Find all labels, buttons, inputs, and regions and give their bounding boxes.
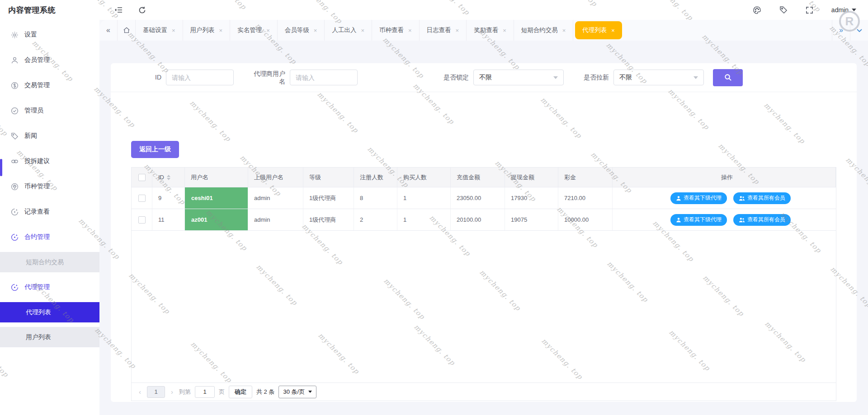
row-checkbox[interactable] [138, 195, 146, 202]
person-icon [676, 196, 681, 201]
id-filter-label: ID [138, 74, 161, 81]
column-header-bonus: 彩金 [558, 168, 613, 187]
page-unit-label: 页 [219, 388, 225, 396]
sidebar-subitem-short-contract[interactable]: 短期合约交易 [0, 252, 99, 272]
sidebar-item-settings[interactable]: 设置 [0, 24, 99, 45]
goto-page-input[interactable] [195, 386, 215, 398]
tab-close-icon[interactable]: × [562, 27, 566, 34]
total-count-label: 共 2 条 [256, 388, 274, 396]
confirm-page-button[interactable]: 确定 [229, 386, 252, 398]
per-page-select[interactable]: 30 条/页 [278, 386, 316, 398]
tabs-scroll-left-icon[interactable]: « [99, 20, 118, 41]
user-icon [11, 56, 19, 64]
sidebar-item-news[interactable]: 新闻 [0, 126, 99, 146]
sidebar-item-admins[interactable]: 管理员 [0, 100, 99, 121]
lock-filter-select[interactable]: 不限 [473, 70, 564, 85]
goto-label: 到第 [179, 388, 191, 396]
tab-close-icon[interactable]: × [503, 27, 506, 34]
user-menu[interactable]: admin [831, 6, 856, 14]
tab-basic-settings[interactable]: 基础设置× [136, 20, 183, 41]
sidebar-item-currency[interactable]: 币种管理 [0, 176, 99, 197]
tab-close-icon[interactable]: × [361, 27, 364, 34]
sidebar-item-records[interactable]: 记录查看 [0, 201, 99, 222]
agent-filter-label: 代理商用户名 [248, 70, 285, 85]
sidebar-item-contracts[interactable]: 合约管理 [0, 227, 99, 247]
tab-close-icon[interactable]: × [408, 27, 412, 34]
tab-agent-list-active[interactable]: 代理列表× [575, 21, 622, 39]
agent-filter-input[interactable] [290, 70, 358, 85]
sidebar-item-members[interactable]: 会员管理 [0, 50, 99, 70]
tab-close-icon[interactable]: × [314, 27, 317, 34]
sort-icon[interactable] [167, 175, 170, 180]
column-header-level: 等级 [303, 168, 354, 187]
tabs-menu-icon[interactable] [850, 20, 868, 41]
search-button[interactable] [713, 69, 743, 86]
sidebar-item-label: 新闻 [24, 132, 37, 140]
cell-buyers: 1 [397, 187, 451, 209]
cell-username[interactable]: ceshi01 [185, 187, 248, 209]
chevron-down-icon [693, 76, 698, 79]
tab-close-icon[interactable]: × [456, 27, 459, 34]
cell-username[interactable]: az001 [185, 209, 248, 230]
cell-bonus: 7210.00 [558, 187, 613, 209]
back-button[interactable]: 返回上一级 [131, 141, 179, 158]
sidebar-item-transactions[interactable]: 交易管理 [0, 75, 99, 96]
sidebar-item-agents[interactable]: 代理管理 [0, 277, 99, 298]
tab-close-icon[interactable]: × [611, 27, 615, 34]
sidebar: 设置 会员管理 交易管理 管理员 新闻 投拆建议 币种管理 记录查看 合约管理 … [0, 20, 99, 415]
sidebar-item-label: 用户列表 [26, 333, 51, 341]
collapse-sidebar-icon[interactable] [114, 5, 123, 14]
sidebar-scrollbar-thumb[interactable] [0, 159, 2, 176]
tag-icon[interactable] [779, 5, 788, 14]
history-icon [11, 208, 19, 216]
view-sub-agents-button[interactable]: 查看其下级代理 [670, 192, 727, 204]
sidebar-item-label: 短期合约交易 [26, 258, 64, 266]
view-all-members-button[interactable]: 查看其所有会员 [733, 214, 791, 226]
next-page-icon[interactable]: › [169, 388, 175, 396]
sidebar-item-feedback[interactable]: 投拆建议 [0, 151, 99, 172]
theme-palette-icon[interactable] [753, 5, 762, 14]
tab-realname[interactable]: 实名管理× [230, 20, 278, 41]
view-sub-agents-button[interactable]: 查看其下级代理 [670, 214, 727, 226]
prev-page-icon[interactable]: ‹ [137, 388, 143, 396]
row-checkbox[interactable] [138, 216, 146, 224]
tab-close-icon[interactable]: × [172, 27, 175, 34]
page-content: ID 代理商用户名 是否锁定 不限 是否拉新 不限 返回 [99, 41, 868, 415]
people-icon [739, 196, 745, 201]
tab-manual-io[interactable]: 人工出入× [325, 20, 372, 41]
tabs-scroll-right-icon[interactable]: » [832, 20, 850, 41]
tab-log-view[interactable]: 日志查看× [420, 20, 467, 41]
tab-close-icon[interactable]: × [266, 27, 270, 34]
cell-parent: admin [248, 209, 303, 230]
sidebar-subitem-user-list[interactable]: 用户列表 [0, 327, 99, 347]
home-tab-icon[interactable] [118, 20, 136, 41]
tab-member-level[interactable]: 会员等级× [278, 20, 325, 41]
tab-reward-view[interactable]: 奖励查看× [467, 20, 514, 41]
table-empty-space [132, 231, 836, 382]
fullscreen-icon[interactable] [805, 5, 814, 14]
chevron-down-icon [308, 391, 312, 393]
column-header-id[interactable]: ID [158, 174, 164, 181]
pull-filter-select[interactable]: 不限 [613, 70, 704, 85]
page-number-button[interactable]: 1 [147, 386, 165, 398]
view-all-members-button[interactable]: 查看其所有会员 [733, 192, 791, 204]
tab-short-contract[interactable]: 短期合约交易× [514, 20, 574, 41]
id-filter-input[interactable] [166, 70, 234, 85]
cell-id: 11 [152, 209, 185, 230]
column-header-buyers: 购买人数 [397, 168, 451, 187]
sidebar-subitem-agent-list[interactable]: 代理列表 [0, 302, 99, 322]
select-all-checkbox[interactable] [138, 174, 146, 181]
gem-icon [11, 183, 19, 191]
sidebar-item-label: 交易管理 [24, 81, 50, 89]
cell-buyers: 1 [397, 209, 451, 230]
news-tag-icon [11, 132, 19, 140]
tab-currency-view[interactable]: 币种查看× [372, 20, 420, 41]
refresh-icon[interactable] [137, 5, 146, 14]
tab-close-icon[interactable]: × [219, 27, 223, 34]
table-row: 9 ceshi01 admin 1级代理商 8 1 23050.00 17930… [132, 187, 836, 209]
agent-icon [11, 284, 19, 291]
column-header-actions: 操作 [613, 168, 836, 187]
dollar-circle-icon [11, 82, 19, 89]
tab-user-list[interactable]: 用户列表× [183, 20, 231, 41]
cell-level: 1级代理商 [303, 187, 354, 209]
